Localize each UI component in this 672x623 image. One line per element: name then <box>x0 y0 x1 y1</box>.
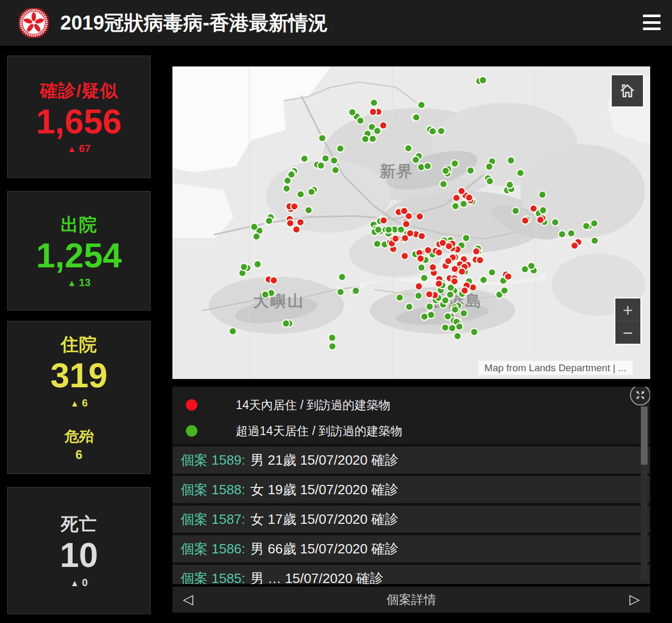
case-dot-old[interactable] <box>265 217 273 224</box>
case-dot-recent[interactable] <box>426 291 433 298</box>
case-dot-recent[interactable] <box>476 256 483 264</box>
case-dot-old[interactable] <box>348 109 356 116</box>
case-dot-old[interactable] <box>319 134 326 142</box>
case-dot-recent[interactable] <box>400 207 408 214</box>
case-dot-old[interactable] <box>486 163 493 170</box>
case-dot-recent[interactable] <box>451 278 458 285</box>
case-dot-recent[interactable] <box>459 268 466 275</box>
case-dot-old[interactable] <box>438 127 445 134</box>
case-dot-old[interactable] <box>385 226 392 233</box>
case-dot-recent[interactable] <box>530 205 537 212</box>
case-dot-old[interactable] <box>305 207 312 214</box>
case-dot-recent[interactable] <box>429 264 436 271</box>
case-dot-old[interactable] <box>558 231 566 238</box>
case-dot-old[interactable] <box>396 294 404 301</box>
case-dot-old[interactable] <box>352 287 359 294</box>
case-dot-old[interactable] <box>528 262 535 269</box>
case-dot-recent[interactable] <box>417 255 424 262</box>
case-dot-old[interactable] <box>337 145 344 152</box>
case-dot-recent[interactable] <box>291 203 298 210</box>
case-dot-old[interactable] <box>322 155 329 162</box>
expand-button[interactable] <box>630 387 650 405</box>
hong-kong-map[interactable]: 新界 大嶼山 香港島 + − Map from Lands Department… <box>172 66 650 379</box>
case-dot-old[interactable] <box>415 292 422 300</box>
case-dot-recent[interactable] <box>392 235 399 242</box>
case-dot-old[interactable] <box>501 287 508 294</box>
case-dot-old[interactable] <box>460 200 467 208</box>
case-dot-recent[interactable] <box>445 242 452 250</box>
case-dot-old[interactable] <box>317 162 325 169</box>
case-dot-old[interactable] <box>374 226 382 233</box>
case-dot-recent[interactable] <box>407 229 414 237</box>
case-dot-old[interactable] <box>421 313 428 320</box>
case-dot-old[interactable] <box>591 237 598 245</box>
case-dot-old[interactable] <box>488 269 495 276</box>
case-dot-old[interactable] <box>456 323 463 330</box>
case-dot-old[interactable] <box>442 167 449 174</box>
case-dot-recent[interactable] <box>380 217 387 224</box>
case-dot-old[interactable] <box>374 127 381 134</box>
case-dot-old[interactable] <box>424 162 431 170</box>
case-dot-recent[interactable] <box>293 226 300 233</box>
case-list-item[interactable]: 個案 1586: 男 66歲 15/07/2020 確診 <box>172 533 650 562</box>
case-dot-old[interactable] <box>539 191 546 198</box>
case-dot-old[interactable] <box>373 240 381 248</box>
case-dot-old[interactable] <box>412 156 420 164</box>
case-dot-recent[interactable] <box>401 252 408 260</box>
case-dot-old[interactable] <box>517 169 524 177</box>
case-dot-old[interactable] <box>329 343 336 350</box>
case-dot-recent[interactable] <box>416 213 423 220</box>
case-dot-old[interactable] <box>568 229 575 237</box>
case-dot-old[interactable] <box>337 288 344 295</box>
case-list-item[interactable]: 個案 1589: 男 21歲 15/07/2020 確診 <box>172 444 650 473</box>
case-dot-recent[interactable] <box>270 277 277 284</box>
case-dot-old[interactable] <box>332 167 339 174</box>
case-dot-old[interactable] <box>283 320 290 327</box>
case-dot-old[interactable] <box>329 334 336 342</box>
hamburger-menu-icon[interactable] <box>643 13 661 31</box>
case-dot-recent[interactable] <box>461 287 468 294</box>
home-button[interactable] <box>612 75 643 106</box>
case-dot-recent[interactable] <box>473 248 480 255</box>
case-dot-old[interactable] <box>440 181 447 188</box>
case-dot-recent[interactable] <box>453 194 460 201</box>
case-dot-old[interactable] <box>471 329 478 336</box>
case-dot-recent[interactable] <box>451 265 459 273</box>
case-dot-recent[interactable] <box>445 258 452 265</box>
case-dot-old[interactable] <box>418 264 425 271</box>
case-dot-old[interactable] <box>429 128 436 135</box>
case-dot-old[interactable] <box>330 157 338 164</box>
case-dot-old[interactable] <box>480 276 487 283</box>
case-dot-old[interactable] <box>507 157 515 164</box>
case-dot-old[interactable] <box>262 291 269 298</box>
footer-tab-label[interactable]: 個案詳情 <box>172 587 650 613</box>
case-dot-old[interactable] <box>441 324 449 331</box>
case-dot-recent[interactable] <box>435 280 442 287</box>
case-dot-old[interactable] <box>308 188 315 196</box>
case-dot-recent[interactable] <box>297 219 304 226</box>
zoom-out-button[interactable]: − <box>615 321 640 344</box>
case-dot-recent[interactable] <box>287 220 294 227</box>
zoom-in-button[interactable]: + <box>615 299 640 321</box>
prev-tab-button[interactable]: ◁ <box>179 587 197 613</box>
case-dot-old[interactable] <box>486 178 493 185</box>
case-dot-old[interactable] <box>297 191 304 198</box>
case-dot-recent[interactable] <box>424 247 432 254</box>
case-dot-recent[interactable] <box>415 283 423 290</box>
case-dot-recent[interactable] <box>380 122 387 129</box>
case-list-item[interactable]: 個案 1585: 男 … 15/07/2020 確診 <box>172 562 650 584</box>
case-dot-old[interactable] <box>426 303 433 310</box>
case-dot-old[interactable] <box>460 310 467 317</box>
case-dot-old[interactable] <box>451 306 459 313</box>
case-dot-old[interactable] <box>512 207 519 214</box>
case-dot-old[interactable] <box>454 332 461 340</box>
case-dot-old[interactable] <box>451 160 459 167</box>
case-dot-old[interactable] <box>361 136 369 143</box>
scrollbar[interactable] <box>641 407 648 580</box>
case-dot-old[interactable] <box>254 261 261 268</box>
case-dot-old[interactable] <box>405 145 412 152</box>
case-dot-old[interactable] <box>540 207 547 214</box>
case-dot-old[interactable] <box>406 303 413 310</box>
case-dot-old[interactable] <box>301 155 308 162</box>
case-dot-old[interactable] <box>421 274 428 281</box>
